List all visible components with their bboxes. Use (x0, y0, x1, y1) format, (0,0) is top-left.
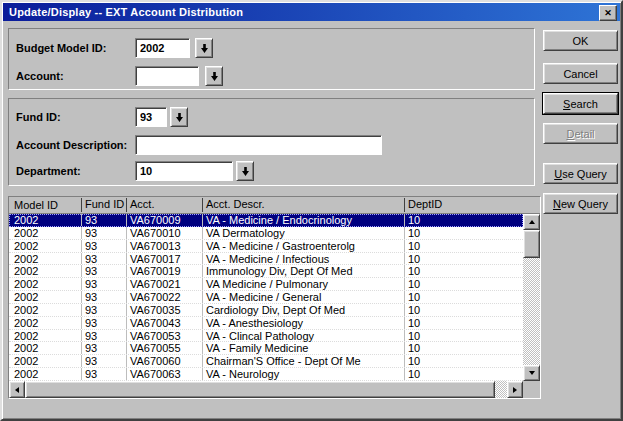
top-group-box: Budget Model ID:Account: (8, 28, 535, 90)
table-row[interactable]: 200293VA670019Immunology Div, Dept Of Me… (9, 265, 523, 278)
new-query-button[interactable]: New Query (543, 193, 618, 214)
grid-header: Model IDFund IDAcct.Acct. Descr.DeptID (9, 197, 540, 214)
fund-id-prompt-button[interactable] (170, 107, 188, 127)
department-input[interactable] (135, 161, 233, 181)
cell: VA670063 (126, 368, 181, 380)
table-row[interactable]: 200293VA670013VA - Medicine / Gastroente… (9, 240, 523, 253)
vertical-scrollbar[interactable] (523, 214, 540, 381)
cell: 93 (81, 253, 97, 265)
grid-body: 200293VA670009VA - Medicine / Endocrinol… (9, 214, 523, 381)
cell: 2002 (14, 317, 38, 329)
cell: VA670060 (126, 355, 181, 367)
cell: 93 (81, 330, 97, 342)
budget-model-id-label: Budget Model ID: (16, 42, 106, 54)
cell: VA670055 (126, 342, 181, 354)
filter-group-box: Fund ID:Account Description:Department: (8, 98, 535, 186)
cell: 10 (404, 368, 420, 380)
cell: 2002 (14, 214, 38, 226)
scroll-up-button[interactable] (523, 214, 540, 230)
department-prompt-button[interactable] (236, 161, 254, 181)
cell: 10 (404, 240, 420, 252)
cancel-button[interactable]: Cancel (543, 63, 618, 84)
account-row: Account: (9, 66, 534, 86)
cell: VA - Medicine / General (202, 291, 321, 303)
ok-button[interactable]: OK (543, 30, 618, 51)
cell: 93 (81, 355, 97, 367)
cell: 2002 (14, 304, 38, 316)
down-arrow-icon (211, 72, 218, 81)
cell: Chairman'S Office - Dept Of Me (202, 355, 361, 367)
horizontal-scroll-thumb[interactable] (25, 381, 495, 398)
table-row[interactable]: 200293VA670063VA - Neurology10 (9, 368, 523, 381)
cell: 2002 (14, 368, 38, 380)
scroll-right-button[interactable] (507, 381, 523, 398)
account-prompt-button[interactable] (205, 66, 223, 86)
results-grid: Model IDFund IDAcct.Acct. Descr.DeptID 2… (8, 196, 541, 399)
cell: 93 (81, 368, 97, 380)
window-title: Update/Display -- EXT Account Distributi… (9, 6, 243, 18)
up-arrow-icon (529, 217, 535, 224)
cell: VA670021 (126, 278, 181, 290)
fund-id-input[interactable] (135, 107, 167, 127)
table-row[interactable]: 200293VA670010VA Dermatology10 (9, 227, 523, 240)
cell: VA - Neurology (202, 368, 279, 380)
table-row[interactable]: 200293VA670035Cardiology Div, Dept Of Me… (9, 304, 523, 317)
cell: 93 (81, 317, 97, 329)
department-row: Department: (9, 161, 534, 181)
cell: VA670010 (126, 227, 181, 239)
search-button[interactable]: Search (543, 93, 618, 114)
scrollbar-corner (523, 381, 540, 398)
horizontal-scrollbar[interactable] (9, 381, 523, 398)
column-header-acct-descr: Acct. Descr. (202, 198, 265, 212)
account-input[interactable] (135, 66, 199, 86)
cell: 10 (404, 342, 420, 354)
down-arrow-icon (176, 113, 183, 122)
table-row[interactable]: 200293VA670060Chairman'S Office - Dept O… (9, 355, 523, 368)
scroll-left-button[interactable] (9, 381, 25, 398)
cell: 2002 (14, 291, 38, 303)
cell: 10 (404, 317, 420, 329)
table-row[interactable]: 200293VA670055VA - Family Medicine10 (9, 342, 523, 355)
department-label: Department: (16, 165, 81, 177)
column-header-model-id: Model ID (14, 199, 58, 211)
cell: 10 (404, 330, 420, 342)
table-row[interactable]: 200293VA670021VA Medicine / Pulmonary10 (9, 278, 523, 291)
vertical-scroll-thumb[interactable] (523, 230, 540, 258)
scroll-down-button[interactable] (523, 365, 540, 381)
budget-model-id-prompt-button[interactable] (195, 38, 213, 58)
cell: 93 (81, 227, 97, 239)
budget-model-id-row: Budget Model ID: (9, 38, 534, 58)
use-query-button[interactable]: Use Query (543, 163, 618, 184)
close-button[interactable]: ✕ (599, 5, 617, 21)
cell: 10 (404, 355, 420, 367)
table-row[interactable]: 200293VA670043VA - Anesthesiology10 (9, 317, 523, 330)
cell: 10 (404, 265, 420, 277)
account-label: Account: (16, 70, 64, 82)
cell: VA - Clincal Pathology (202, 330, 314, 342)
budget-model-id-input[interactable] (135, 38, 190, 58)
cell: 10 (404, 227, 420, 239)
cell: VA - Anesthesiology (202, 317, 303, 329)
cell: VA670053 (126, 330, 181, 342)
cell: 2002 (14, 330, 38, 342)
cell: VA670022 (126, 291, 181, 303)
cell: 2002 (14, 355, 38, 367)
fund-id-row: Fund ID: (9, 107, 534, 127)
cell: 93 (81, 278, 97, 290)
cell: 2002 (14, 278, 38, 290)
table-row[interactable]: 200293VA670017VA - Medicine / Infectious… (9, 253, 523, 266)
cell: 10 (404, 304, 420, 316)
cell: Immunology Div, Dept Of Med (202, 265, 353, 277)
cell: 10 (404, 291, 420, 303)
table-row[interactable]: 200293VA670009VA - Medicine / Endocrinol… (9, 214, 523, 227)
cell: VA670035 (126, 304, 181, 316)
cell: 93 (81, 304, 97, 316)
cell: VA670043 (126, 317, 181, 329)
cell: 2002 (14, 342, 38, 354)
table-row[interactable]: 200293VA670022VA - Medicine / General10 (9, 291, 523, 304)
table-row[interactable]: 200293VA670053VA - Clincal Pathology10 (9, 330, 523, 343)
cell: 10 (404, 253, 420, 265)
cell: Cardiology Div, Dept Of Med (202, 304, 345, 316)
account-description-input[interactable] (135, 135, 382, 155)
cell: 2002 (14, 253, 38, 265)
